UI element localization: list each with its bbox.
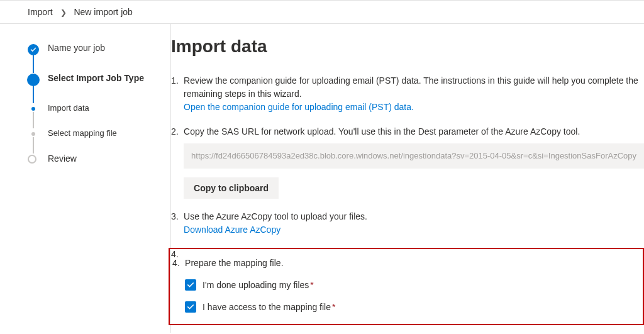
sas-url-field[interactable]: https://fd24d66506784593a2ed38c.blob.cor…	[184, 143, 644, 169]
main-content: Import data Review the companion guide f…	[171, 24, 644, 333]
step-sub-dot-icon	[31, 132, 35, 136]
instruction-1: Review the companion guide for uploading…	[171, 74, 644, 114]
download-azcopy-link[interactable]: Download Azure AzCopy	[184, 225, 280, 235]
breadcrumb-current: New import job	[74, 7, 132, 17]
wizard-step-review[interactable]: Review	[28, 153, 170, 184]
checkbox-done-uploading[interactable]: I'm done uploading my files *	[185, 279, 634, 292]
instruction-3: Use the Azure AzCopy tool to upload your…	[171, 210, 644, 237]
breadcrumb-bar: Import ❯ New import job	[0, 0, 644, 24]
required-asterisk: *	[332, 301, 335, 314]
instruction-2: Copy the SAS URL for network upload. You…	[171, 125, 644, 199]
checkbox-checked-icon	[185, 279, 196, 291]
checkbox-have-mapping-file[interactable]: I have access to the mapping file *	[185, 301, 634, 314]
required-asterisk: *	[310, 279, 313, 292]
page-title: Import data	[171, 36, 644, 57]
wizard-step-select-type[interactable]: Select Import Job Type	[28, 73, 170, 103]
checkbox-checked-icon	[185, 301, 196, 313]
highlighted-section: 4. Prepare the mapping file. I'm done up…	[169, 248, 644, 325]
instruction-4: 4. Prepare the mapping file.	[172, 257, 634, 270]
wizard-step-import-data[interactable]: Import data	[28, 103, 170, 128]
wizard-step-name-job[interactable]: Name your job	[28, 43, 170, 73]
wizard-sidebar: Name your job Select Import Job Type Imp…	[0, 24, 171, 333]
copy-to-clipboard-button[interactable]: Copy to clipboard	[184, 177, 279, 199]
step-current-icon	[27, 74, 40, 86]
step-pending-icon	[28, 155, 36, 164]
companion-guide-link[interactable]: Open the companion guide for uploading e…	[184, 102, 414, 112]
checkmark-icon	[28, 44, 39, 55]
breadcrumb-parent[interactable]: Import	[28, 7, 53, 17]
chevron-right-icon: ❯	[60, 8, 67, 17]
wizard-step-mapping-file[interactable]: Select mapping file	[28, 128, 170, 153]
step-sub-dot-icon	[31, 107, 35, 111]
